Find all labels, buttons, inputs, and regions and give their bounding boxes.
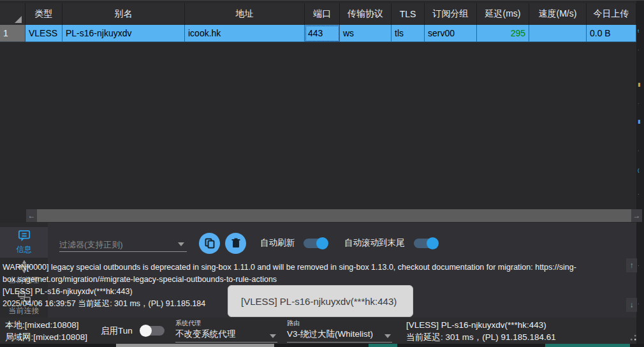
chevron-down-icon — [178, 242, 184, 246]
log-line: box.sagernet.org/migration/#migrate-lega… — [3, 274, 576, 286]
chevron-down-icon — [384, 334, 391, 338]
scroll-left-button[interactable]: ← — [26, 209, 37, 222]
tooltip-text: [VLESS] PL-s16-njkuyxdv(***hk:443) — [241, 296, 397, 307]
column-header-transport[interactable]: 传输协议 — [340, 3, 392, 25]
active-server-text: [VLESS] PL-s16-njkuyxdv(***hk:443) — [406, 319, 556, 331]
sidebar-item-label: 信息 — [17, 244, 32, 255]
status-bar: 本地:[mixed:10808] 局域网:[mixed:10808] 启用Tun… — [0, 318, 644, 344]
system-proxy-label: 系统代理 — [175, 319, 277, 328]
trash-icon — [231, 238, 240, 248]
column-header-alias[interactable]: 别名 — [62, 3, 185, 25]
log-scroll-up-button[interactable]: ↑ — [626, 258, 637, 272]
log-toolbar: 自动刷新 自动滚动到末尾 — [59, 230, 438, 256]
tls-cell[interactable]: tls — [392, 25, 425, 42]
copy-log-button[interactable] — [199, 233, 220, 254]
delay-cell[interactable]: 295 — [477, 25, 529, 42]
type-cell[interactable]: VLESS — [26, 25, 62, 42]
routing-label: 路由 — [287, 319, 392, 328]
server-table: 类型 别名 地址 端口 传输协议 TLS 订阅分组 延迟(ms) 速度(M/s)… — [0, 1, 636, 223]
toggle-knob — [427, 237, 439, 249]
select-all-corner[interactable] — [0, 3, 26, 25]
routing-value: V3-绕过大陆(Whitelist) — [287, 329, 373, 339]
subscription-group-cell[interactable]: serv00 — [425, 25, 477, 42]
today-upload-cell[interactable]: 0.0 B — [587, 25, 636, 42]
background-strip-segment — [545, 344, 630, 347]
column-header-port[interactable]: 端口 — [305, 3, 340, 25]
tun-toggle[interactable] — [140, 326, 165, 336]
clear-log-button[interactable] — [225, 233, 246, 254]
column-header-tls[interactable]: TLS — [392, 3, 425, 25]
filter-combobox[interactable] — [59, 234, 187, 252]
toggle-knob — [316, 237, 328, 249]
chevron-down-icon — [270, 334, 276, 338]
horizontal-scrollbar[interactable]: ← → — [0, 209, 642, 222]
auto-scroll-label: 自动滚动到末尾 — [344, 237, 405, 249]
routing-combobox[interactable]: 路由 V3-绕过大陆(Whitelist) — [287, 319, 392, 343]
tooltip: [VLESS] PL-s16-njkuyxdv(***hk:443) — [228, 285, 413, 317]
row-index-cell[interactable]: 1 — [0, 25, 26, 42]
auto-refresh-label: 自动刷新 — [260, 237, 295, 249]
log-scroll-down-button[interactable]: ↓ — [626, 298, 637, 312]
message-icon — [17, 230, 31, 242]
log-line: WARN[0000] legacy special outbounds is d… — [3, 262, 576, 274]
tun-label: 启用Tun — [101, 325, 133, 337]
server-row-selected[interactable]: 1 VLESS PL-s16-njkuyxdv icook.hk 443 ws … — [0, 25, 636, 42]
hscroll-thumb[interactable] — [37, 209, 631, 222]
current-delay-text: 当前延迟: 301 ms，(PL) 91.185.184.61 — [406, 331, 556, 343]
select-all-triangle-icon — [15, 16, 22, 23]
alias-cell[interactable]: PL-s16-njkuyxdv — [62, 25, 185, 42]
background-strip-segment — [369, 344, 397, 347]
column-header-type[interactable]: 类型 — [26, 3, 62, 25]
system-proxy-value: 不改变系统代理 — [175, 329, 236, 339]
transport-cell[interactable]: ws — [340, 25, 392, 42]
app-window: 类型 别名 地址 端口 传输协议 TLS 订阅分组 延迟(ms) 速度(M/s)… — [0, 0, 644, 347]
address-cell[interactable]: icook.hk — [185, 25, 305, 42]
copy-icon — [205, 238, 215, 249]
auto-refresh-toggle[interactable] — [304, 239, 328, 248]
scrollbar-spacer — [0, 209, 26, 222]
background-window-sliver: t · ▮ · ▮ · ( · · · — [636, 1, 644, 344]
column-header-address[interactable]: 地址 — [185, 3, 305, 25]
background-strip-segment — [116, 344, 274, 347]
filter-input[interactable] — [59, 240, 168, 249]
bottom-edge-strip — [0, 344, 644, 347]
lan-endpoint: 局域网:[mixed:10808] — [5, 331, 87, 343]
system-proxy-combobox[interactable]: 系统代理 不改变系统代理 — [175, 319, 277, 343]
scroll-right-button[interactable]: → — [631, 209, 642, 222]
column-header-subscription-group[interactable]: 订阅分组 — [425, 3, 477, 25]
auto-scroll-toggle[interactable] — [414, 239, 438, 248]
table-header: 类型 别名 地址 端口 传输协议 TLS 订阅分组 延迟(ms) 速度(M/s)… — [0, 3, 636, 25]
sidebar-item-info[interactable]: 信息 — [0, 227, 48, 258]
column-header-speed[interactable]: 速度(M/s) — [529, 3, 587, 25]
toggle-knob — [140, 325, 152, 337]
column-header-delay[interactable]: 延迟(ms) — [477, 3, 529, 25]
column-header-today-upload[interactable]: 今日上传 — [587, 3, 636, 25]
local-endpoint: 本地:[mixed:10808] — [5, 319, 87, 331]
speed-cell[interactable] — [529, 25, 587, 42]
port-cell[interactable]: 443 — [305, 25, 340, 42]
